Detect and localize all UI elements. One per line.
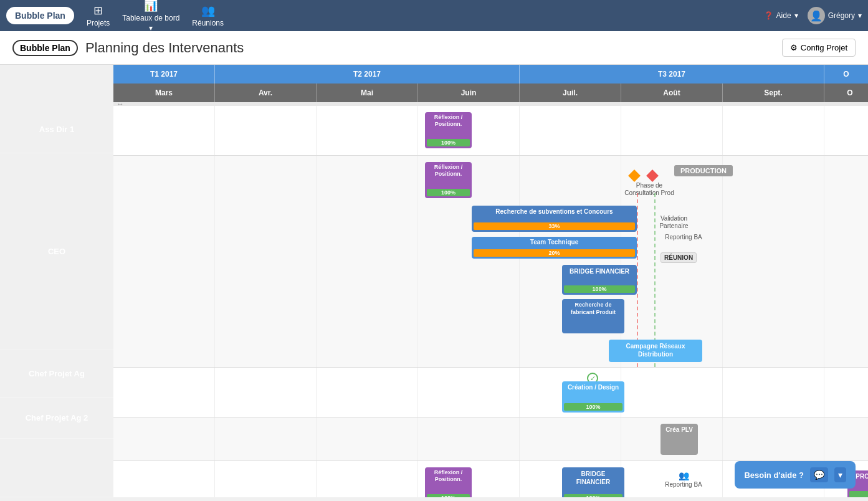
bubble-bridge-fin1[interactable]: BRIDGE FINANCIER 100% [562, 265, 637, 295]
gantt-container: Ass Dir 1 CEO Chef Projet Ag Chef Projet… [0, 65, 868, 497]
col-sept-chef2 [723, 418, 824, 460]
month-mars: Mars [113, 84, 215, 102]
col-avr-chef2 [215, 418, 317, 460]
quarter-q4: O [824, 65, 868, 84]
top-navigation: Bubble Plan ⊞ Projets 📊 Tableaux de bord… [0, 0, 868, 31]
projets-icon: ⊞ [93, 4, 103, 17]
header-left: Bubble Plan Planning des Intervenants [12, 40, 244, 56]
col-sept-ceo [723, 156, 824, 367]
bubble-bridge-fin2[interactable]: BRIDGE FINANCIER 100% [562, 467, 624, 497]
nav-reunions[interactable]: 👥 Réunions [192, 4, 224, 27]
validation-partenaire-label: Validation Partenaire [651, 215, 697, 230]
col-oct-chef1 [824, 368, 868, 417]
bubble-recherche-fab[interactable]: Recherche de fabricant Produit [562, 299, 624, 333]
config-projet-button[interactable]: ⚙ Config Projet [782, 39, 856, 57]
sidebar-row-chef2[interactable]: Chef Projet Ag 2 [0, 398, 113, 439]
col-mars-chef1 [113, 368, 215, 417]
col-sept-assdir [723, 106, 824, 155]
col-mars-chef2 [113, 418, 215, 460]
col-mai-assdir [317, 106, 418, 155]
help-widget[interactable]: Besoin d'aide ? 💬 ▾ [735, 461, 856, 489]
row-chef2: Créa PLV [113, 418, 868, 461]
col-mai-bot [317, 461, 418, 497]
brand-logo[interactable]: Bubble Plan [6, 7, 74, 24]
bubble-reflexion-assdir-label: Réflexion / Positionn. [427, 114, 469, 128]
reporting-ba2-label: 👥 Reporting BA [662, 470, 705, 489]
sidebar-row-ceo[interactable]: CEO [0, 153, 113, 350]
page-title: Planning des Intervenants [85, 40, 244, 56]
avatar: 👤 [808, 7, 825, 24]
page-logo: Bubble Plan [12, 40, 78, 56]
help-expand-button[interactable]: ▾ [834, 467, 846, 482]
row-assdir: Réflexion / Positionn. 100% [113, 106, 868, 156]
col-juin-chef2 [418, 418, 520, 460]
col-juin-chef1 [418, 368, 520, 417]
bubble-creation-design[interactable]: Création / Design 100% [562, 381, 624, 413]
gantt-chart-area: T1 2017 T2 2017 T3 2017 O Mars Avr. Mai … [113, 65, 868, 497]
month-mai: Mai [317, 84, 418, 102]
bubble-recherche-subv[interactable]: Recherche de subventions et Concours 33% [472, 206, 637, 232]
col-oct-ceo [824, 156, 868, 367]
quarter-t3: T3 2017 [520, 65, 824, 84]
col-mars-assdir [113, 106, 215, 155]
bubble-campagne[interactable]: Campagne Réseaux Distribution [609, 340, 702, 362]
nav-tableaux[interactable]: 📊 Tableaux de bord ▾ [122, 0, 179, 32]
sidebar-row-bottom[interactable] [0, 439, 113, 497]
col-mars-bot [113, 461, 215, 497]
reunions-icon: 👥 [201, 4, 215, 17]
reporting-ba-label: Reporting BA [662, 234, 705, 241]
month-juin: Juin [418, 84, 520, 102]
bubble-team-tech[interactable]: Team Technique 20% [472, 237, 637, 259]
gear-icon: ⚙ [790, 43, 798, 52]
col-avr-chef1 [215, 368, 317, 417]
bubble-reflexion-bot[interactable]: Réflexion / Positionn. 100% [425, 467, 472, 497]
nav-right: ❓ Aide ▾ 👤 Grégory ▾ [764, 7, 862, 24]
month-avr: Avr. [215, 84, 317, 102]
col-avr-ceo [215, 156, 317, 367]
production-label[interactable]: PRODUCTION [674, 165, 733, 176]
month-header: Mars Avr. Mai Juin Juil. Août Sept. O [113, 84, 868, 102]
month-oct: O [824, 84, 868, 102]
row-ceo: Réflexion / Positionn. 100% Phase de Con… [113, 156, 868, 368]
row-chef1: ✓ Création / Design 100% [113, 368, 868, 418]
nav-projets[interactable]: ⊞ Projets [87, 4, 110, 27]
help-text: Besoin d'aide ? [744, 470, 804, 480]
bubble-reflexion-assdir-progress: 100% [427, 139, 470, 146]
quarter-t2: T2 2017 [215, 65, 520, 84]
reunion-badge-ceo[interactable]: RÉUNION [661, 252, 697, 263]
bubble-reflexion-assdir[interactable]: Réflexion / Positionn. 100% [425, 112, 472, 148]
col-juil-ceo [520, 156, 621, 367]
col-juil-chef2 [520, 418, 621, 460]
nav-aide[interactable]: ❓ Aide ▾ [764, 11, 798, 20]
col-mai-ceo [317, 156, 418, 367]
col-oct-chef2 [824, 418, 868, 460]
sidebar-row-chef1[interactable]: Chef Projet Ag [0, 350, 113, 398]
col-avr-assdir [215, 106, 317, 155]
col-oct-assdir [824, 106, 868, 155]
month-aout: Août [621, 84, 723, 102]
quarter-t1: T1 2017 [113, 65, 215, 84]
month-juil: Juil. [520, 84, 621, 102]
gantt-body: Réflexion / Positionn. 100% Réflexion / … [113, 106, 868, 497]
col-avr-bot [215, 461, 317, 497]
nav-left: Bubble Plan ⊞ Projets 📊 Tableaux de bord… [6, 0, 224, 32]
col-mai-chef2 [317, 418, 418, 460]
col-sept-chef1 [723, 368, 824, 417]
col-mars-ceo [113, 156, 215, 367]
col-aout-chef1 [621, 368, 723, 417]
col-mai-chef1 [317, 368, 418, 417]
help-chat-button[interactable]: 💬 [810, 467, 828, 482]
tableaux-icon: 📊 [144, 0, 158, 12]
col-juil-assdir [520, 106, 621, 155]
gantt-sidebar: Ass Dir 1 CEO Chef Projet Ag Chef Projet… [0, 106, 113, 497]
aide-icon: ❓ [764, 11, 773, 20]
month-sept: Sept. [723, 84, 824, 102]
phase-consultation-label: Phase de Consultation Prod [624, 182, 674, 197]
page-header: Bubble Plan Planning des Intervenants ⚙ … [0, 31, 868, 65]
nav-user[interactable]: 👤 Grégory ▾ [808, 7, 862, 24]
bubble-reflexion-ceo[interactable]: Réflexion / Positionn. 100% [425, 162, 472, 198]
quarter-header: T1 2017 T2 2017 T3 2017 O [113, 65, 868, 84]
sidebar-row-assdir[interactable]: Ass Dir 1 [0, 106, 113, 153]
col-aout-assdir [621, 106, 723, 155]
bubble-crea-plv[interactable]: Créa PLV [661, 424, 698, 455]
